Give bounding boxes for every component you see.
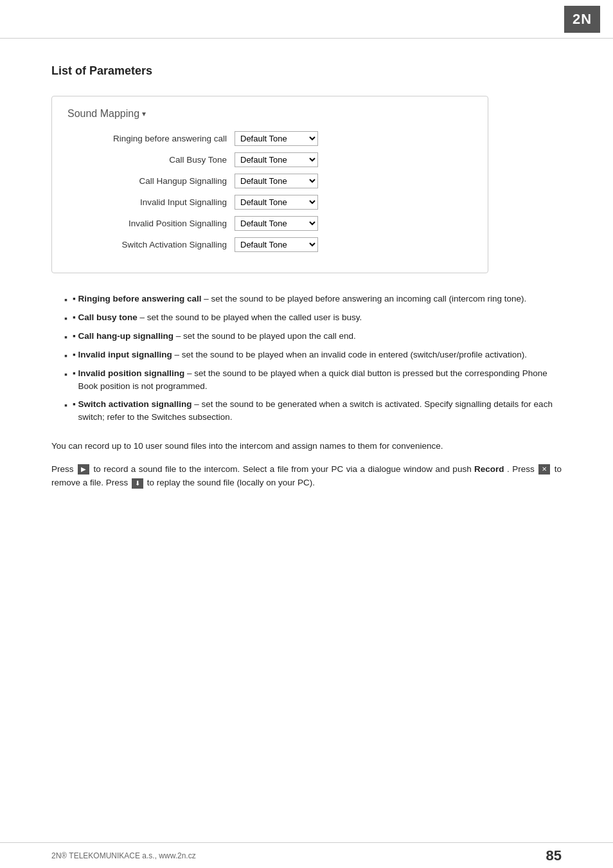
param-label-0: Ringing before answering call <box>67 134 235 143</box>
desc-para-2c: . Press <box>507 464 537 474</box>
list-item-text: Ringing before answering call – set the … <box>78 293 527 305</box>
section-header-label: Sound Mapping <box>67 108 139 120</box>
list-item: ▪ Invalid input signalling – set the sou… <box>64 348 562 363</box>
list-item-text: Call busy tone – set the sound to be pla… <box>78 311 362 324</box>
param-select-1[interactable]: Default Tone <box>235 152 318 167</box>
sound-mapping-box: Sound Mapping ▾ Ringing before answering… <box>51 96 488 273</box>
desc-para-2e: to replay the sound file (locally on you… <box>147 478 315 487</box>
list-item: ▪ Switch activation signalling – set the… <box>64 398 562 424</box>
param-label-2: Call Hangup Signalling <box>67 176 235 186</box>
list-item-text: Invalid input signalling – set the sound… <box>78 348 528 361</box>
param-row: Call Busy Tone Default Tone <box>67 152 472 167</box>
param-select-3[interactable]: Default Tone <box>235 195 318 210</box>
param-label-4: Invalid Position Signalling <box>67 219 235 228</box>
desc-para-1: You can record up to 10 user sound files… <box>51 439 562 453</box>
param-select-4[interactable]: Default Tone <box>235 216 318 231</box>
list-item: ▪ Call hang-up signalling – set the soun… <box>64 330 562 344</box>
footer: 2N® TELEKOMUNIKACE a.s., www.2n.cz 85 <box>0 842 613 868</box>
param-select-5[interactable]: Default Tone <box>235 237 318 252</box>
list-item-text: Call hang-up signalling – set the sound … <box>78 330 356 343</box>
list-item: ▪ Ringing before answering call – set th… <box>64 293 562 307</box>
param-row: Switch Activation Signalling Default Ton… <box>67 237 472 252</box>
bullet-list: ▪ Ringing before answering call – set th… <box>64 293 562 424</box>
list-item: ▪ Call busy tone – set the sound to be p… <box>64 311 562 325</box>
logo: 2N <box>564 6 600 33</box>
param-row: Invalid Input Signalling Default Tone <box>67 195 472 210</box>
footer-left: 2N® TELEKOMUNIKACE a.s., www.2n.cz <box>51 851 196 860</box>
desc-para-2a: Press <box>51 464 76 474</box>
chevron-down-icon[interactable]: ▾ <box>142 109 146 118</box>
play-icon[interactable]: ▶ <box>78 464 89 475</box>
param-label-1: Call Busy Tone <box>67 155 235 165</box>
record-bold: Record <box>474 464 504 474</box>
param-row: Call Hangup Signalling Default Tone <box>67 174 472 188</box>
param-row: Ringing before answering call Default To… <box>67 131 472 146</box>
remove-icon[interactable]: ✕ <box>538 464 550 475</box>
param-select-0[interactable]: Default Tone <box>235 131 318 146</box>
page-title: List of Parameters <box>51 64 562 78</box>
list-item-text: Switch activation signalling – set the s… <box>78 398 562 424</box>
list-item-text: Invalid position signalling – set the so… <box>78 367 562 393</box>
footer-page-number: 85 <box>546 847 562 864</box>
section-header: Sound Mapping ▾ <box>67 108 472 120</box>
replay-icon[interactable]: ⬇ <box>132 478 143 489</box>
param-row: Invalid Position Signalling Default Tone <box>67 216 472 231</box>
list-item: ▪ Invalid position signalling – set the … <box>64 367 562 393</box>
top-bar: 2N <box>0 0 613 39</box>
main-content: List of Parameters Sound Mapping ▾ Ringi… <box>0 39 613 550</box>
param-label-5: Switch Activation Signalling <box>67 240 235 249</box>
desc-para-2b: to record a sound file to the intercom. … <box>93 464 474 474</box>
param-label-3: Invalid Input Signalling <box>67 197 235 207</box>
desc-para-2: Press ▶ to record a sound file to the in… <box>51 462 562 490</box>
param-select-2[interactable]: Default Tone <box>235 174 318 188</box>
